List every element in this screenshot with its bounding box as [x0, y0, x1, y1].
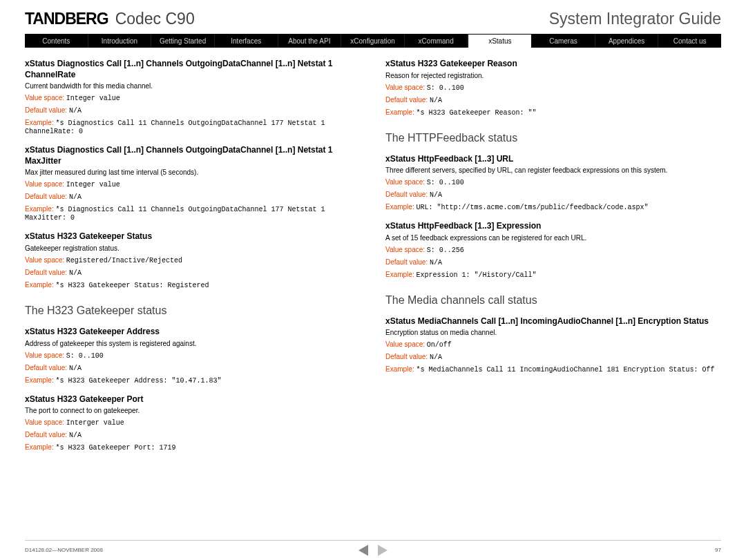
brand-block: TANDBERG Codec C90 [25, 10, 195, 28]
status-block: xStatus Diagnostics Call [1..n] Channels… [25, 59, 361, 135]
section-media-channels: The Media channels call status [385, 294, 721, 307]
value-space-row: Value space: S: 0..100 [385, 178, 721, 186]
nav-item-about-the-api[interactable]: About the API [278, 34, 342, 48]
doc-id: D14128.02—NOVEMBER 2008 [25, 547, 103, 553]
status-block: xStatus H323 Gatekeeper PortThe port to … [25, 394, 361, 452]
footer-rule [25, 540, 721, 541]
command-title: xStatus H323 Gatekeeper Port [25, 394, 361, 405]
command-description: Address of gatekeeper this system is reg… [25, 340, 361, 347]
command-description: The port to connect to on gatekeeper. [25, 407, 361, 414]
footer: D14128.02—NOVEMBER 2008 97 [25, 547, 721, 553]
default-value-row: Default value: N/A [385, 353, 721, 361]
nav-item-xcommand[interactable]: xCommand [405, 34, 468, 48]
command-title: xStatus HttpFeedback [1..3] Expression [385, 221, 721, 232]
nav-item-appendices[interactable]: Appendices [595, 34, 659, 48]
command-title: xStatus MediaChannels Call [1..n] Incomi… [385, 316, 721, 327]
command-description: Encryption status on media channel. [385, 329, 721, 336]
nav-item-contact-us[interactable]: Contact us [658, 34, 721, 48]
right-column: xStatus H323 Gatekeeper ReasonReason for… [385, 59, 721, 461]
nav-item-interfaces[interactable]: Interfaces [215, 34, 278, 48]
value-space-row: Value space: S: 0..100 [385, 84, 721, 92]
status-block: xStatus H323 Gatekeeper ReasonReason for… [385, 59, 721, 117]
value-space-row: Value space: S: 0..256 [385, 246, 721, 254]
command-title: xStatus H323 Gatekeeper Status [25, 231, 361, 242]
example-row: Example: *s Diagnostics Call 11 Channels… [25, 205, 361, 222]
value-space-row: Value space: Integer value [25, 94, 361, 102]
default-value-row: Default value: N/A [385, 96, 721, 104]
status-block: xStatus Diagnostics Call [1..n] Channels… [25, 145, 361, 222]
product-name: Codec C90 [115, 10, 195, 28]
command-title: xStatus H323 Gatekeeper Reason [385, 59, 721, 70]
top-nav: ContentsIntroductionGetting StartedInter… [25, 34, 721, 48]
example-row: Example: Expression 1: "/History/Call" [385, 271, 721, 279]
default-value-row: Default value: N/A [25, 364, 361, 372]
header: TANDBERG Codec C90 System Integrator Gui… [25, 0, 721, 34]
command-description: Max jitter measured during last time int… [25, 168, 361, 176]
prev-page-icon[interactable] [358, 545, 368, 556]
section-httpfeedback: The HTTPFeedback status [385, 132, 721, 144]
command-description: Current bandwidth for this media channel… [25, 82, 361, 90]
status-block: xStatus H323 Gatekeeper StatusGatekeeper… [25, 231, 361, 289]
guide-title: System Integrator Guide [549, 10, 721, 28]
default-value-row: Default value: N/A [25, 431, 361, 439]
page-number: 97 [715, 547, 721, 553]
left-column: xStatus Diagnostics Call [1..n] Channels… [25, 59, 361, 461]
default-value-row: Default value: N/A [25, 193, 361, 201]
example-row: Example: URL: "http://tms.acme.com/tms/p… [385, 203, 721, 211]
command-description: Reason for rejected registration. [385, 72, 721, 79]
default-value-row: Default value: N/A [25, 269, 361, 277]
value-space-row: Value space: Interger value [25, 418, 361, 427]
value-space-row: Value space: Registered/Inactive/Rejecte… [25, 256, 361, 264]
status-block: xStatus H323 Gatekeeper AddressAddress o… [25, 327, 361, 385]
value-space-row: Value space: On/off [385, 340, 721, 349]
nav-item-getting-started[interactable]: Getting Started [151, 34, 215, 48]
example-row: Example: *s H323 Gatekeeper Reason: "" [385, 108, 721, 117]
command-title: xStatus Diagnostics Call [1..n] Channels… [25, 145, 361, 166]
example-row: Example: *s H323 Gatekeeper Port: 1719 [25, 443, 361, 452]
command-description: Three different servers, specified by UR… [385, 166, 721, 174]
nav-item-xstatus[interactable]: xStatus [468, 34, 532, 48]
nav-item-cameras[interactable]: Cameras [532, 34, 595, 48]
default-value-row: Default value: N/A [385, 258, 721, 267]
example-row: Example: *s H323 Gatekeeper Address: "10… [25, 376, 361, 385]
pager [358, 545, 388, 556]
command-title: xStatus HttpFeedback [1..3] URL [385, 154, 721, 165]
nav-item-xconfiguration[interactable]: xConfiguration [341, 34, 405, 48]
default-value-row: Default value: N/A [25, 106, 361, 115]
status-block: xStatus MediaChannels Call [1..n] Incomi… [385, 316, 721, 374]
example-row: Example: *s H323 Gatekeeper Status: Regi… [25, 281, 361, 289]
nav-item-contents[interactable]: Contents [25, 34, 88, 48]
value-space-row: Value space: Integer value [25, 180, 361, 189]
section-h323-gatekeeper: The H323 Gatekeeper status [25, 305, 361, 317]
value-space-row: Value space: S: 0..100 [25, 351, 361, 360]
example-row: Example: *s MediaChannels Call 11 Incomi… [385, 365, 721, 374]
nav-item-introduction[interactable]: Introduction [88, 34, 152, 48]
command-title: xStatus Diagnostics Call [1..n] Channels… [25, 59, 361, 80]
brand-name: TANDBERG [25, 10, 108, 28]
next-page-icon[interactable] [378, 545, 388, 556]
example-row: Example: *s Diagnostics Call 11 Channels… [25, 119, 361, 135]
default-value-row: Default value: N/A [385, 191, 721, 199]
content: xStatus Diagnostics Call [1..n] Channels… [25, 48, 721, 461]
command-description: A set of 15 feedback expressions can be … [385, 234, 721, 242]
command-title: xStatus H323 Gatekeeper Address [25, 327, 361, 338]
command-description: Gatekeeper registration status. [25, 244, 361, 252]
status-block: xStatus HttpFeedback [1..3] URLThree dif… [385, 154, 721, 212]
status-block: xStatus HttpFeedback [1..3] ExpressionA … [385, 221, 721, 279]
